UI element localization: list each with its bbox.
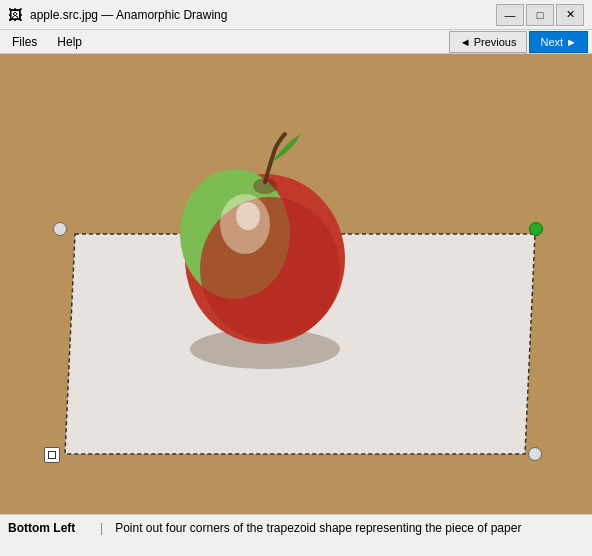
window-title: apple.src.jpg — Anamorphic Drawing xyxy=(30,8,227,22)
status-bar: Bottom Left | Point out four corners of … xyxy=(0,514,592,540)
app-icon: 🖼 xyxy=(8,7,22,23)
canvas-area xyxy=(0,54,592,514)
close-button[interactable]: ✕ xyxy=(556,4,584,26)
title-bar-left: 🖼 apple.src.jpg — Anamorphic Drawing xyxy=(8,7,227,23)
status-position-label: Bottom Left xyxy=(8,521,88,535)
menu-help[interactable]: Help xyxy=(49,33,90,51)
svg-point-8 xyxy=(253,178,277,194)
previous-button[interactable]: ◄ Previous xyxy=(449,31,528,53)
menu-files[interactable]: Files xyxy=(4,33,45,51)
minimize-button[interactable]: — xyxy=(496,4,524,26)
handle-top-right[interactable] xyxy=(529,222,543,236)
title-bar-controls: — □ ✕ xyxy=(496,4,584,26)
svg-point-7 xyxy=(236,202,260,230)
next-button[interactable]: Next ► xyxy=(529,31,588,53)
menu-bar: Files Help ◄ Previous Next ► xyxy=(0,30,592,54)
apple-image xyxy=(140,94,390,384)
handle-bottom-right[interactable] xyxy=(528,447,542,461)
handle-bottom-left[interactable] xyxy=(44,447,60,463)
title-bar: 🖼 apple.src.jpg — Anamorphic Drawing — □… xyxy=(0,0,592,30)
status-divider: | xyxy=(100,521,103,535)
menu-items: Files Help xyxy=(4,33,90,51)
status-instruction: Point out four corners of the trapezoid … xyxy=(115,521,521,535)
nav-buttons: ◄ Previous Next ► xyxy=(449,31,588,53)
handle-top-left[interactable] xyxy=(53,222,67,236)
maximize-button[interactable]: □ xyxy=(526,4,554,26)
